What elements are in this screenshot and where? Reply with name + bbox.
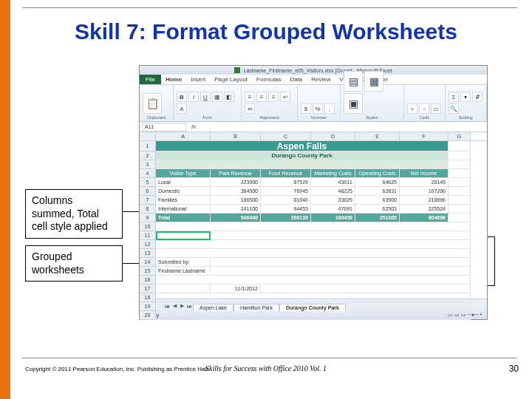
comma-button[interactable]: ,	[324, 103, 335, 114]
conditional-formatting-button[interactable]: ▤	[344, 71, 363, 92]
data-cell[interactable]: Families	[156, 196, 211, 205]
date-cell[interactable]: 11/1/2012	[211, 284, 261, 293]
currency-button[interactable]: $	[301, 103, 311, 114]
sheet-tab-durango[interactable]: Durango County Park	[279, 304, 346, 311]
col-e[interactable]: E	[355, 132, 400, 140]
col-d[interactable]: D	[311, 132, 355, 140]
data-cell[interactable]: 64625	[355, 178, 400, 187]
data-cell[interactable]: 62503	[355, 205, 400, 214]
paste-button[interactable]: 📋	[143, 93, 162, 114]
autosum-button[interactable]: Σ	[449, 92, 459, 102]
percent-button[interactable]: %	[313, 103, 323, 114]
format-as-table-button[interactable]: ▦	[364, 71, 383, 92]
ribbon-group-editing: Editing	[449, 115, 483, 120]
hdr-net-income[interactable]: Net Income	[400, 169, 449, 178]
data-cell[interactable]: Local	[156, 178, 211, 187]
font-color-button[interactable]: A	[177, 103, 187, 114]
ribbon-group-font: Font	[177, 115, 238, 120]
ribbon-group-styles: Styles	[344, 115, 400, 120]
wrap-text-button[interactable]: ↩	[280, 92, 290, 102]
total-label[interactable]: Total	[156, 214, 211, 222]
data-cell[interactable]: 241100	[211, 205, 261, 214]
total-cell[interactable]: 251385	[355, 214, 400, 222]
data-cell[interactable]: 33629	[311, 196, 355, 205]
data-cell[interactable]: International	[156, 205, 211, 214]
merged-title[interactable]: Aspen Falls	[156, 141, 449, 151]
data-cell[interactable]: 76945	[261, 187, 311, 196]
col-b[interactable]: B	[211, 132, 261, 140]
format-cells-button[interactable]: ▭	[431, 103, 441, 114]
formula-bar: A11 fx	[140, 122, 487, 132]
fill-color-button[interactable]: ◧	[224, 92, 234, 102]
merged-subtitle[interactable]: Durango County Park	[156, 151, 449, 160]
align-right-button[interactable]: ≡	[268, 92, 279, 102]
data-cell[interactable]: 384500	[211, 187, 261, 196]
delete-cells-button[interactable]: －	[419, 103, 429, 114]
hdr-operating[interactable]: Operating Costs	[355, 169, 400, 178]
data-cell[interactable]: 94453	[261, 205, 311, 214]
data-cell[interactable]: 167206	[400, 187, 449, 196]
data-cell[interactable]: 20149	[400, 178, 449, 187]
hdr-visitor-type[interactable]: Visitor Type	[156, 169, 211, 178]
footer-series: Skills for Success with Office 2010 Vol.…	[0, 364, 532, 372]
data-cell[interactable]: 81046	[261, 196, 311, 205]
data-cell[interactable]: 43611	[311, 178, 355, 187]
excel-screenshot: Lastname_Firstname_e05_Visitors.xlsx [Gr…	[139, 65, 488, 320]
top-rule	[22, 7, 517, 8]
align-left-button[interactable]: ≡	[245, 92, 255, 102]
data-cell[interactable]: 225524	[400, 205, 449, 214]
data-cell[interactable]: 87529	[261, 178, 311, 187]
col-a[interactable]: A	[156, 132, 211, 140]
name-box[interactable]: A11	[142, 123, 186, 132]
total-cell[interactable]: 180456	[311, 214, 355, 222]
tab-review[interactable]: Review	[307, 76, 335, 83]
sheet-tab-aspen-lake[interactable]: Aspen Lake	[193, 304, 233, 311]
total-cell[interactable]: 804698	[400, 214, 449, 222]
excel-titlebar: Lastname_Firstname_e05_Visitors.xlsx [Gr…	[140, 66, 487, 75]
sort-filter-button[interactable]: ⇵	[472, 92, 482, 102]
tab-file[interactable]: File	[140, 75, 161, 84]
ribbon-group-clipboard: Clipboard	[143, 115, 170, 120]
slide-title: Skill 7: Format Grouped Worksheets	[0, 19, 532, 44]
tab-formulas[interactable]: Formulas	[252, 76, 285, 83]
hdr-marketing[interactable]: Marketing Costs	[311, 169, 355, 178]
data-cell[interactable]: 186500	[211, 196, 261, 205]
border-button[interactable]: ▦	[212, 92, 222, 102]
align-center-button[interactable]: ≡	[256, 92, 267, 102]
submitted-by-value[interactable]: Firstname Lastname	[156, 267, 211, 276]
underline-button[interactable]: U	[200, 92, 211, 102]
submitted-by-label[interactable]: Submitted by:	[156, 258, 211, 267]
fx-icon[interactable]: fx	[191, 123, 196, 130]
data-cell[interactable]: 47691	[311, 205, 355, 214]
total-cell[interactable]: 946400	[211, 214, 261, 222]
data-cell[interactable]: 63900	[355, 196, 400, 205]
italic-button[interactable]: I	[188, 92, 199, 102]
col-c[interactable]: C	[261, 132, 311, 140]
data-cell[interactable]: 210896	[400, 196, 449, 205]
data-cell[interactable]: 62831	[355, 187, 400, 196]
data-cell[interactable]: Domestic	[156, 187, 211, 196]
hdr-food-revenue[interactable]: Food Revenue	[261, 169, 311, 178]
col-g[interactable]: G	[449, 132, 471, 140]
tab-pagelayout[interactable]: Page Layout	[210, 76, 252, 83]
tab-insert[interactable]: Insert	[186, 76, 210, 83]
ribbon-tabs: File Home Insert Page Layout Formulas Da…	[140, 75, 487, 85]
total-cell[interactable]: 290139	[261, 214, 311, 222]
col-f[interactable]: F	[400, 132, 449, 140]
fill-button[interactable]: ▾	[460, 92, 471, 102]
tab-data[interactable]: Data	[285, 76, 307, 83]
merge-center-button[interactable]: ⇔	[245, 103, 255, 114]
bold-button[interactable]: B	[177, 92, 187, 102]
active-cell-a11[interactable]	[156, 231, 211, 240]
worksheet-grid[interactable]: A B C D E F G 1Aspen Falls 2Durango Coun…	[140, 132, 487, 299]
ribbon-group-alignment: Alignment	[245, 115, 294, 120]
cell-styles-button[interactable]: ▣	[344, 93, 363, 114]
find-select-button[interactable]: 🔍	[449, 103, 459, 114]
hdr-park-revenue[interactable]: Park Revenue	[211, 169, 261, 178]
data-cell[interactable]: 223900	[211, 178, 261, 187]
sheet-tab-hamilton-park[interactable]: Hamilton Park	[233, 304, 279, 311]
insert-cells-button[interactable]: ＋	[407, 103, 417, 114]
tab-home[interactable]: Home	[161, 76, 186, 83]
excel-app-icon	[234, 67, 240, 73]
data-cell[interactable]: 48225	[311, 187, 355, 196]
